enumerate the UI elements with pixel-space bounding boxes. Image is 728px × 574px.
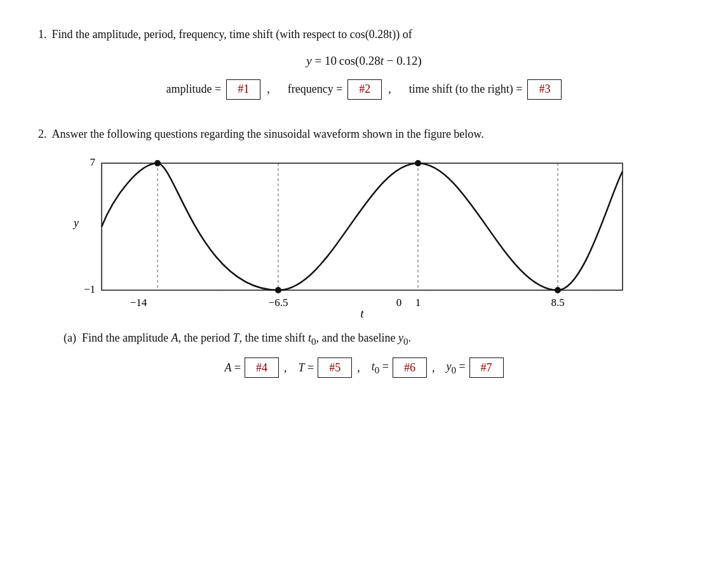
waveform-svg: 7 −1 y −14 −6.5 0 1 8.5 t xyxy=(64,154,635,319)
t0-box[interactable]: #6 xyxy=(393,357,427,378)
frequency-label: frequency = xyxy=(288,83,343,96)
y-axis-label: y xyxy=(72,217,79,229)
x-label-8p5: 8.5 xyxy=(551,297,564,309)
problem-1-text: Find the amplitude, period, frequency, t… xyxy=(52,25,412,44)
x-label-minus6p5: −6.5 xyxy=(269,297,288,309)
problem-2-number: 2. xyxy=(38,125,47,144)
T-box[interactable]: #5 xyxy=(318,357,352,378)
x-label-minus14: −14 xyxy=(130,297,147,309)
timeshift-answer: time shift (to the right) = #3 xyxy=(409,79,562,100)
x-label-1: 1 xyxy=(415,297,421,309)
subproblem-a-answers: A = #4 , T = #5 , t0 = #6 , y0 = #7 xyxy=(38,357,690,378)
y0-answer: y0 = #7 xyxy=(446,357,503,378)
peak-dot-2 xyxy=(415,160,421,166)
y0-box[interactable]: #7 xyxy=(469,357,504,378)
graph-container: 7 −1 y −14 −6.5 0 1 8.5 t xyxy=(64,154,664,319)
problem-1-answers: amplitude = #1 , frequency = #2 , time s… xyxy=(38,79,690,100)
amplitude-answer: amplitude = #1 , xyxy=(166,79,270,100)
T-answer: T = #5 , xyxy=(299,357,360,378)
x-label-0: 0 xyxy=(396,297,402,309)
subproblem-a: (a) Find the amplitude A, the period T, … xyxy=(64,329,664,349)
t0-answer: t0 = #6 , xyxy=(372,357,435,378)
problem-1: 1. Find the amplitude, period, frequency… xyxy=(38,25,690,100)
y0-label: y0 = xyxy=(446,360,465,376)
A-box[interactable]: #4 xyxy=(245,357,279,378)
subproblem-a-label: (a) Find the amplitude A, the period T, … xyxy=(64,331,411,344)
timeshift-box[interactable]: #3 xyxy=(527,79,562,100)
x-axis-label: t xyxy=(360,307,364,319)
trough-dot-1 xyxy=(275,287,281,293)
trough-dot-2 xyxy=(555,287,561,293)
y-label-minus1: −1 xyxy=(84,283,95,295)
problem-2: 2. Answer the following questions regard… xyxy=(38,125,690,378)
amplitude-box[interactable]: #1 xyxy=(226,79,260,100)
frequency-box[interactable]: #2 xyxy=(347,79,382,100)
amplitude-label: amplitude = xyxy=(166,83,222,96)
problem-1-number: 1. xyxy=(38,25,47,44)
problem-2-text: Answer the following questions regarding… xyxy=(52,125,484,144)
problem-1-equation: y = 10 cos(0.28t − 0.12) xyxy=(38,54,690,68)
A-answer: A = #4 , xyxy=(224,357,286,378)
T-label: T = xyxy=(299,361,314,375)
t0-label: t0 = xyxy=(372,360,389,376)
A-label: A = xyxy=(224,361,241,375)
svg-rect-0 xyxy=(102,163,623,290)
y-label-7: 7 xyxy=(90,156,96,168)
timeshift-label: time shift (to the right) = xyxy=(409,83,523,96)
frequency-answer: frequency = #2 , xyxy=(288,79,391,100)
peak-dot-1 xyxy=(154,160,161,166)
